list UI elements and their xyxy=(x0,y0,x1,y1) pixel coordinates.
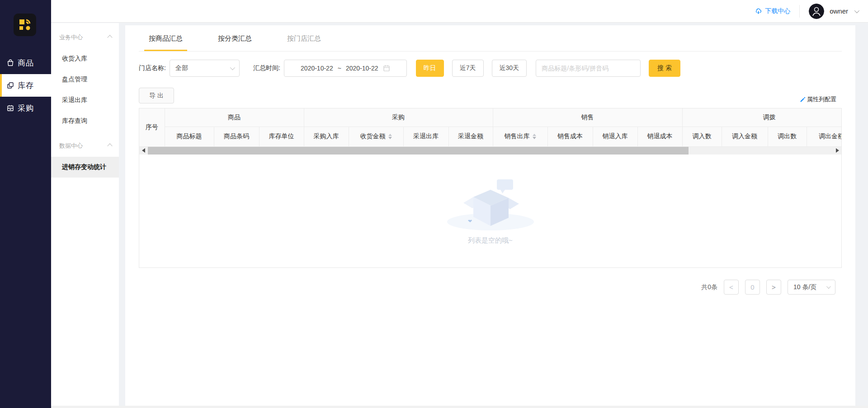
submenu-item-0-3[interactable]: 库存查询 xyxy=(51,111,119,131)
col-header: 采购入库 xyxy=(304,127,349,146)
logo-icon xyxy=(17,16,33,34)
quick-button-last7days[interactable]: 近7天 xyxy=(452,60,484,77)
col-group-header: 调拨 xyxy=(682,108,842,127)
download-center-label: 下载中心 xyxy=(765,7,790,15)
date-separator: ~ xyxy=(338,65,341,72)
top-header: 下载中心 owner xyxy=(51,0,868,23)
chevron-down-icon xyxy=(230,65,235,70)
date-to-value[interactable]: 2020-10-22 xyxy=(346,65,378,72)
col-header: 销售成本 xyxy=(547,127,593,146)
username: owner xyxy=(830,7,848,15)
chevron-up-icon xyxy=(107,35,112,40)
sidebar-item-label: 商品 xyxy=(18,58,34,68)
col-header-label: 调入金额 xyxy=(732,132,757,140)
download-center-link[interactable]: 下载中心 xyxy=(755,7,790,15)
column-config-link[interactable]: 属性列配置 xyxy=(800,95,836,103)
sidebar-item-label: 库存 xyxy=(18,80,34,91)
col-header-label: 调入数 xyxy=(693,132,712,140)
horizontal-scrollbar xyxy=(139,147,841,155)
store-name-label: 门店名称: xyxy=(139,64,166,72)
empty-state-text: 列表是空的哦~ xyxy=(468,236,513,245)
search-input[interactable] xyxy=(536,60,641,77)
tab-1[interactable]: 按分类汇总 xyxy=(213,25,256,51)
col-header-label: 采退出库 xyxy=(413,132,439,140)
col-group-header: 采购 xyxy=(304,108,493,127)
date-from-value[interactable]: 2020-10-22 xyxy=(301,65,333,72)
search-button[interactable]: 搜 索 xyxy=(649,60,680,77)
table-container: 序号商品采购销售调拨商品标题商品条码库存单位采购入库收货金额采退出库采退金额销售… xyxy=(139,108,842,268)
submenu-item-0-2[interactable]: 采退出库 xyxy=(51,90,119,111)
col-header-label: 采退金额 xyxy=(458,132,483,140)
page-size-value: 10 条/页 xyxy=(793,283,816,291)
content-panel: 按商品汇总按分类汇总按门店汇总 门店名称: 全部 汇总时间: 2020-10-2… xyxy=(125,25,855,408)
sidebar-item-purchase[interactable]: 采购 xyxy=(0,97,51,119)
export-button[interactable]: 导 出 xyxy=(139,88,174,103)
app-logo[interactable] xyxy=(14,14,36,36)
col-header-label: 收货金额 xyxy=(360,132,386,140)
scroll-right-arrow[interactable] xyxy=(833,147,841,155)
date-range-picker[interactable]: 2020-10-22 ~ 2020-10-22 xyxy=(284,60,407,77)
col-header-label: 商品条码 xyxy=(224,132,249,140)
col-header-label: 调出金额 xyxy=(819,132,842,140)
submenu-item-1-0[interactable]: 进销存变动统计 xyxy=(51,157,119,178)
col-header: 调入数 xyxy=(682,127,722,146)
quick-button-last30days[interactable]: 近30天 xyxy=(492,60,527,77)
store-select[interactable]: 全部 xyxy=(170,60,240,77)
col-header[interactable]: 销售出库 xyxy=(493,127,547,146)
avatar[interactable] xyxy=(809,4,824,19)
submenu-item-0-0[interactable]: 收货入库 xyxy=(51,48,119,69)
sidebar-menu: 商品库存采购 xyxy=(0,52,51,119)
empty-box-illustration xyxy=(445,177,536,234)
tab-0[interactable]: 按商品汇总 xyxy=(144,25,187,51)
scroll-left-arrow[interactable] xyxy=(139,147,147,155)
sidebar-item-inventory[interactable]: 库存 xyxy=(0,74,51,97)
sidebar-item-goods[interactable]: 商品 xyxy=(0,52,51,74)
col-header: 调出金额 xyxy=(807,127,842,146)
summary-table: 序号商品采购销售调拨商品标题商品条码库存单位采购入库收货金额采退出库采退金额销售… xyxy=(139,108,842,147)
main-content: 按商品汇总按分类汇总按门店汇总 门店名称: 全部 汇总时间: 2020-10-2… xyxy=(119,23,868,408)
col-header-label: 商品标题 xyxy=(177,132,202,140)
col-group-header: 商品 xyxy=(165,108,304,127)
submenu-sidebar: 业务中心收货入库盘点管理采退出库库存查询数据中心进销存变动统计 xyxy=(51,23,119,408)
chevron-down-icon xyxy=(826,284,831,289)
col-header-label: 采购入库 xyxy=(314,132,339,140)
col-header: 销退入库 xyxy=(593,127,637,146)
quick-button-yesterday[interactable]: 昨日 xyxy=(416,60,444,77)
col-header-label: 销售出库 xyxy=(505,132,530,140)
bag-icon xyxy=(6,59,14,67)
col-header: 商品条码 xyxy=(214,127,259,146)
column-config-label: 属性列配置 xyxy=(807,95,836,103)
cloud-download-icon xyxy=(755,7,762,15)
col-header-label: 库存单位 xyxy=(269,132,294,140)
scrollbar-thumb[interactable] xyxy=(148,147,689,155)
col-group-header: 销售 xyxy=(493,108,682,127)
header-divider xyxy=(799,5,800,18)
submenu-item-0-1[interactable]: 盘点管理 xyxy=(51,69,119,90)
submenu-section-label: 数据中心 xyxy=(59,142,83,150)
prev-page-button[interactable]: < xyxy=(724,280,739,295)
summary-time-label: 汇总时间: xyxy=(253,64,280,72)
page-horizontal-scrollbar[interactable] xyxy=(51,406,868,408)
col-header-index: 序号 xyxy=(139,108,165,146)
col-header: 采退出库 xyxy=(403,127,448,146)
register-icon xyxy=(6,104,14,112)
col-header-label: 调出数 xyxy=(778,132,797,140)
current-page[interactable]: 0 xyxy=(745,280,760,295)
filter-bar: 门店名称: 全部 汇总时间: 2020-10-22 ~ 2020-10-22 昨… xyxy=(139,60,842,77)
tab-2[interactable]: 按门店汇总 xyxy=(283,25,326,51)
submenu-section-title-0[interactable]: 业务中心 xyxy=(51,27,119,48)
sort-icon[interactable] xyxy=(388,134,392,139)
pagination: 共0条 < 0 > 10 条/页 xyxy=(139,280,842,295)
page-size-select[interactable]: 10 条/页 xyxy=(788,280,835,295)
quick-date-buttons: 昨日近7天近30天 xyxy=(407,60,527,77)
user-menu-chevron-down-icon[interactable] xyxy=(854,8,859,13)
col-header: 销退成本 xyxy=(637,127,682,146)
total-count: 共0条 xyxy=(701,283,717,291)
next-page-button[interactable]: > xyxy=(766,280,781,295)
col-header-label: 销退入库 xyxy=(603,132,628,140)
col-header[interactable]: 收货金额 xyxy=(349,127,403,146)
boxes-icon xyxy=(6,81,14,89)
col-header: 调出数 xyxy=(768,127,807,146)
sort-icon[interactable] xyxy=(533,134,536,139)
submenu-section-title-1[interactable]: 数据中心 xyxy=(51,135,119,157)
